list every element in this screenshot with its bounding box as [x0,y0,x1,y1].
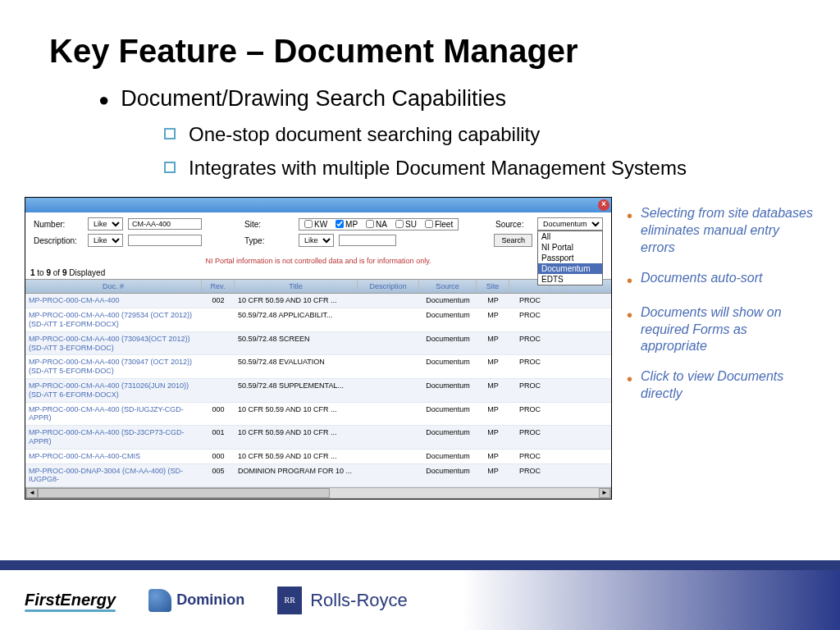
source-select[interactable]: Documentum [537,217,603,231]
type-operator-select[interactable]: Like [299,234,334,247]
dropdown-item[interactable]: EDTS [538,274,602,285]
cell-doc[interactable]: MP-PROC-000-CM-AA-400 (731026(JUN 2010))… [25,379,202,402]
cell-type: PROC [509,464,550,487]
cell-desc [358,332,419,355]
cell-title: 50.59/72.48 SUPPLEMENTAL... [235,379,358,402]
cell-site: MP [477,426,509,449]
type-input[interactable] [339,235,396,246]
cell-source: Documentum [419,403,477,426]
col-header-site[interactable]: Site [477,280,509,293]
cell-doc[interactable]: MP-PROC-000-CM-AA-400 (SD-J3CP73-CGD-APP… [25,426,202,449]
cell-site: MP [477,294,509,308]
dominion-icon [148,589,171,612]
cell-site: MP [477,332,509,355]
checkbox-su[interactable]: SU [395,220,417,229]
cell-rev: 002 [202,294,235,308]
cell-doc[interactable]: MP-PROC-000-CM-AA-400 (730947 (OCT 2012)… [25,355,202,378]
side-bullet: Documents will show on required Forms as… [627,304,815,355]
cell-type: PROC [509,450,550,463]
cell-title: 50.59/72.48 EVALUATION [235,355,358,378]
sub-bullet: Integrates with multiple Document Manage… [164,155,791,180]
table-row[interactable]: MP-PROC-000-CM-AA-400 (730943(OCT 2012))… [25,332,611,356]
col-header-desc[interactable]: Description [358,280,419,293]
dropdown-item[interactable]: NI Portal [538,242,602,253]
table-row[interactable]: MP-PROC-000-CM-AA-400 (SD-J3CP73-CGD-APP… [25,426,611,450]
checkbox-fleet[interactable]: Fleet [425,220,453,229]
cell-rev: 005 [202,464,235,487]
cell-desc [358,355,419,378]
table-row[interactable]: MP-PROC-000-CM-AA-400 (729534 (OCT 2012)… [25,308,611,332]
app-screenshot: × Number: Like Site: KW MP NA SU Fleet S… [25,197,612,500]
side-bullet: Selecting from site databases eliminates… [627,205,815,256]
cell-type: PROC [509,403,550,426]
close-icon[interactable]: × [598,199,609,211]
cell-desc [358,450,419,463]
description-operator-select[interactable]: Like [88,234,123,247]
cell-site: MP [477,450,509,463]
cell-source: Documentum [419,308,477,331]
cell-title: 50.59/72.48 APPLICABILIT... [235,308,358,331]
col-header-source[interactable]: Source [419,280,477,293]
cell-doc[interactable]: MP-PROC-000-DNAP-3004 (CM-AA-400) (SD-IU… [25,464,202,487]
table-row[interactable]: MP-PROC-000-DNAP-3004 (CM-AA-400) (SD-IU… [25,464,611,488]
cell-doc[interactable]: MP-PROC-000-CM-AA-400 [25,294,202,308]
cell-source: Documentum [419,294,477,308]
cell-rev: 001 [202,426,235,449]
dropdown-item[interactable]: Documentum [538,263,602,274]
number-input[interactable] [128,218,202,230]
cell-doc[interactable]: MP-PROC-000-CM-AA-400-CMIS [25,450,202,463]
cell-type: PROC [509,308,550,331]
description-input[interactable] [128,235,202,246]
checkbox-kw[interactable]: KW [304,220,327,229]
dropdown-item[interactable]: Passport [538,253,602,263]
table-row[interactable]: MP-PROC-000-CM-AA-400-CMIS00010 CFR 50.5… [25,450,611,464]
cell-title: DOMINION PROGRAM FOR 10 ... [235,464,358,487]
table-row[interactable]: MP-PROC-000-CM-AA-400 (730947 (OCT 2012)… [25,355,611,379]
table-header: Doc. # Rev. Title Description Source Sit… [25,279,611,294]
horizontal-scrollbar[interactable]: ◄ ► [25,487,611,499]
cell-source: Documentum [419,379,477,402]
side-notes: Selecting from site databases eliminates… [627,197,815,500]
number-operator-select[interactable]: Like [88,217,123,231]
sub-bullet: One-stop document searching capability [164,121,791,147]
col-header-doc[interactable]: Doc. # [25,280,202,293]
cell-rev [202,355,235,378]
dropdown-item[interactable]: All [538,231,602,242]
cell-rev: 000 [202,403,235,426]
table-row[interactable]: MP-PROC-000-CM-AA-400 (SD-IUGJZY-CGD-APP… [25,403,611,427]
cell-desc [358,464,419,487]
checkbox-mp[interactable]: MP [336,220,358,229]
page-title: Key Feature – Document Manager [49,33,791,70]
warning-text: NI Portal information is not controlled … [25,255,611,267]
main-bullet: Document/Drawing Search Capabilities [98,86,791,112]
cell-title: 10 CFR 50.59 AND 10 CFR ... [235,450,358,463]
table-body: MP-PROC-000-CM-AA-40000210 CFR 50.59 AND… [25,294,611,487]
side-bullet: Click to view Documents directly [627,368,815,403]
cell-type: PROC [509,332,550,355]
cell-type: PROC [509,379,550,402]
cell-type: PROC [509,426,550,449]
source-label: Source: [495,220,532,229]
cell-doc[interactable]: MP-PROC-000-CM-AA-400 (730943(OCT 2012))… [25,332,202,355]
table-row[interactable]: MP-PROC-000-CM-AA-400 (731026(JUN 2010))… [25,379,611,403]
col-header-rev[interactable]: Rev. [202,280,235,293]
search-button[interactable]: Search [494,234,532,247]
cell-source: Documentum [419,450,477,463]
cell-source: Documentum [419,426,477,449]
cell-title: 10 CFR 50.59 AND 10 CFR ... [235,294,358,308]
source-dropdown-list: All NI Portal Passport Documentum EDTS [537,231,603,285]
table-row[interactable]: MP-PROC-000-CM-AA-40000210 CFR 50.59 AND… [25,294,611,308]
scroll-right-icon[interactable]: ► [599,488,610,498]
cell-doc[interactable]: MP-PROC-000-CM-AA-400 (SD-IUGJZY-CGD-APP… [25,403,202,426]
site-label: Site: [244,220,294,229]
col-header-title[interactable]: Title [235,280,358,293]
cell-source: Documentum [419,332,477,355]
number-label: Number: [34,220,83,229]
scroll-left-icon[interactable]: ◄ [26,488,38,498]
checkbox-na[interactable]: NA [366,220,387,229]
cell-type: PROC [509,355,550,378]
cell-site: MP [477,379,509,402]
cell-rev: 000 [202,450,235,463]
cell-doc[interactable]: MP-PROC-000-CM-AA-400 (729534 (OCT 2012)… [25,308,202,331]
cell-rev [202,379,235,402]
